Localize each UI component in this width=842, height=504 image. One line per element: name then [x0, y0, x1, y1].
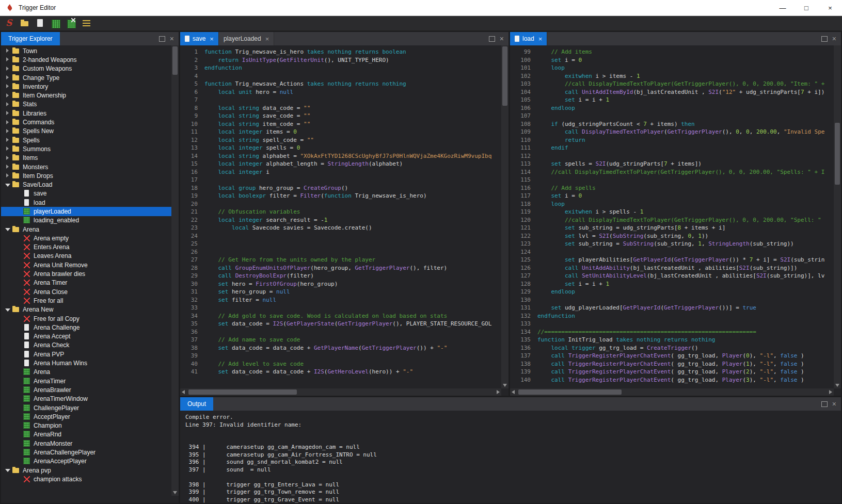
scrollbar-thumb[interactable]: [172, 46, 178, 75]
code-line[interactable]: 139 call TriggerRegisterPlayerChatEvent(…: [510, 368, 834, 376]
code-line[interactable]: 101 loop: [510, 64, 834, 72]
minimize-button[interactable]: —: [771, 0, 795, 15]
close-panel-icon[interactable]: ×: [832, 400, 836, 408]
expand-arrow-icon[interactable]: [4, 47, 11, 54]
scroll-down-arrow-icon[interactable]: [501, 381, 509, 388]
code-line[interactable]: 106 endloop: [510, 104, 834, 112]
code-line[interactable]: 24: [180, 232, 501, 240]
code-line[interactable]: 99 // Add items: [510, 48, 834, 56]
float-panel-icon[interactable]: [821, 36, 828, 42]
tree-item-arena-human-wins[interactable]: Arena Human Wins: [1, 359, 171, 367]
new-category-icon[interactable]: [20, 18, 30, 28]
code-line[interactable]: 28 call GroupEnumUnitsOfPlayer(hero_grou…: [180, 264, 501, 272]
scroll-left-arrow-icon[interactable]: [180, 388, 187, 396]
code-line[interactable]: 22 local integer search_result = -1: [180, 216, 501, 224]
code-line[interactable]: 4: [180, 72, 501, 80]
code-line[interactable]: 128 set i = i + 1: [510, 280, 834, 288]
tree-item-arenaacceptplayer[interactable]: ArenaAcceptPlayer: [1, 457, 171, 466]
tree-item-arenabrawler[interactable]: ArenaBrawler: [1, 385, 171, 394]
code-line[interactable]: 118 loop: [510, 200, 834, 208]
code-line[interactable]: 29 call DestroyBoolExpr(filter): [180, 272, 501, 280]
tree-item-spells-new[interactable]: Spells New: [1, 127, 171, 136]
new-trigger-icon[interactable]: [35, 18, 45, 28]
code-line[interactable]: 114 //call DisplayTimedTextToPlayer(GetT…: [510, 168, 834, 176]
tree-item-loading-enabled[interactable]: loading_enabled: [1, 216, 171, 225]
scroll-down-arrow-icon[interactable]: [834, 381, 841, 388]
code-line[interactable]: 107: [510, 112, 834, 120]
code-line[interactable]: 1function Trig_newsave_is_hero takes not…: [180, 48, 501, 56]
collapse-arrow-icon[interactable]: [4, 226, 11, 233]
expand-arrow-icon[interactable]: [4, 172, 11, 179]
code-line[interactable]: 9 local string save_code = "": [180, 112, 501, 120]
tree-item-item-ownership[interactable]: Item Ownership: [1, 91, 171, 100]
code-line[interactable]: 38 set data_code = data_code + GetPlayer…: [180, 344, 501, 352]
tree-item-arenatimer[interactable]: ArenaTimer: [1, 377, 171, 385]
tree-item-leaves-arena[interactable]: Leaves Arena: [1, 252, 171, 261]
tree-item-save[interactable]: save: [1, 189, 171, 198]
tree-item-champion-attacks[interactable]: champion attacks: [1, 475, 171, 483]
new-comment-icon[interactable]: [82, 18, 92, 28]
tree-item-stats[interactable]: Stats: [1, 100, 171, 109]
close-panel-icon[interactable]: ×: [832, 35, 836, 42]
scrollbar-thumb[interactable]: [518, 389, 622, 395]
close-panel-icon[interactable]: ×: [170, 35, 174, 42]
float-panel-icon[interactable]: [821, 401, 828, 407]
scrollbar-thumb[interactable]: [835, 123, 840, 185]
horizontal-scrollbar[interactable]: [180, 388, 501, 396]
app-logo-icon[interactable]: [4, 18, 14, 28]
code-line[interactable]: 117 set i = 0: [510, 192, 834, 200]
code-line[interactable]: 121 set sub_string = udg_stringParts[8 +…: [510, 224, 834, 232]
tree-item-arena-check[interactable]: Arena Check: [1, 341, 171, 350]
tree-item-arena-brawler-dies[interactable]: Arena brawler dies: [1, 269, 171, 278]
code-line[interactable]: 109 call DisplayTimedTextToPlayer(GetTri…: [510, 128, 834, 136]
expand-arrow-icon[interactable]: [4, 74, 11, 81]
code-line[interactable]: 115: [510, 176, 834, 184]
horizontal-scrollbar[interactable]: [510, 388, 834, 396]
code-line[interactable]: 137 call TriggerRegisterPlayerChatEvent(…: [510, 352, 834, 360]
code-line[interactable]: 138 call TriggerRegisterPlayerChatEvent(…: [510, 360, 834, 368]
code-line[interactable]: 132endfunction: [510, 312, 834, 320]
code-line[interactable]: 21 // Obfuscation variables: [180, 208, 501, 216]
code-line[interactable]: 23 local Savecode savies = Savecode.crea…: [180, 224, 501, 232]
code-line[interactable]: 123 set sub_string = SubString(sub_strin…: [510, 240, 834, 248]
explorer-vertical-scrollbar[interactable]: [171, 45, 179, 496]
tree-item-change-type[interactable]: Change Type: [1, 73, 171, 82]
scroll-down-arrow-icon[interactable]: [171, 489, 179, 496]
editor-tab-playerloaded[interactable]: playerLoaded×: [219, 32, 274, 45]
code-area[interactable]: 1function Trig_newsave_is_hero takes not…: [180, 45, 509, 396]
scrollbar-thumb[interactable]: [188, 389, 297, 395]
tree-item-town[interactable]: Town: [1, 46, 171, 55]
expand-arrow-icon[interactable]: [4, 92, 11, 99]
tree-item-playerloaded[interactable]: playerLoaded: [1, 207, 171, 216]
code-line[interactable]: 17: [180, 176, 501, 184]
code-line[interactable]: 134//===================================…: [510, 328, 834, 336]
tab-close-icon[interactable]: ×: [538, 35, 543, 43]
code-line[interactable]: 7: [180, 96, 501, 104]
collapse-arrow-icon[interactable]: [4, 306, 11, 313]
expand-arrow-icon[interactable]: [4, 164, 11, 170]
tree-item-save-load[interactable]: Save/Load: [1, 180, 171, 189]
tree-item-arena-close[interactable]: Arena Close: [1, 287, 171, 296]
code-line[interactable]: 8 local string data_code = "": [180, 104, 501, 112]
code-line[interactable]: 2 return IsUnitType(GetFilterUnit(), UNI…: [180, 56, 501, 64]
code-line[interactable]: 3endfunction: [180, 64, 501, 72]
expand-arrow-icon[interactable]: [4, 101, 11, 108]
code-line[interactable]: 111 endif: [510, 144, 834, 152]
editor-tab-save[interactable]: save×: [180, 32, 219, 45]
code-line[interactable]: 26: [180, 248, 501, 256]
code-line[interactable]: 135function InitTrig_load takes nothing …: [510, 336, 834, 344]
tree-item-spells[interactable]: Spells: [1, 136, 171, 144]
code-line[interactable]: 39: [180, 352, 501, 360]
code-line[interactable]: 36: [180, 328, 501, 336]
float-panel-icon[interactable]: [489, 36, 495, 42]
code-line[interactable]: 129 endloop: [510, 288, 834, 296]
code-line[interactable]: 12 local string spell_code = "": [180, 136, 501, 144]
code-area[interactable]: 99 // Add items100 set i = 0101 loop102 …: [510, 45, 841, 396]
tree-item-arena[interactable]: Arena: [1, 225, 171, 234]
code-line[interactable]: 104 call UnitAddItemById(bj_lastCreatedU…: [510, 88, 834, 96]
expand-arrow-icon[interactable]: [4, 119, 11, 126]
code-line[interactable]: 131 set udg_playerLoaded[GetPlayerId(Get…: [510, 304, 834, 312]
code-line[interactable]: 122 set lvl = S2I(SubString(sub_string, …: [510, 232, 834, 240]
code-line[interactable]: 11 local integer items = 0: [180, 128, 501, 136]
code-line[interactable]: 108 if (udg_stringPartsCount < 7 + items…: [510, 120, 834, 128]
